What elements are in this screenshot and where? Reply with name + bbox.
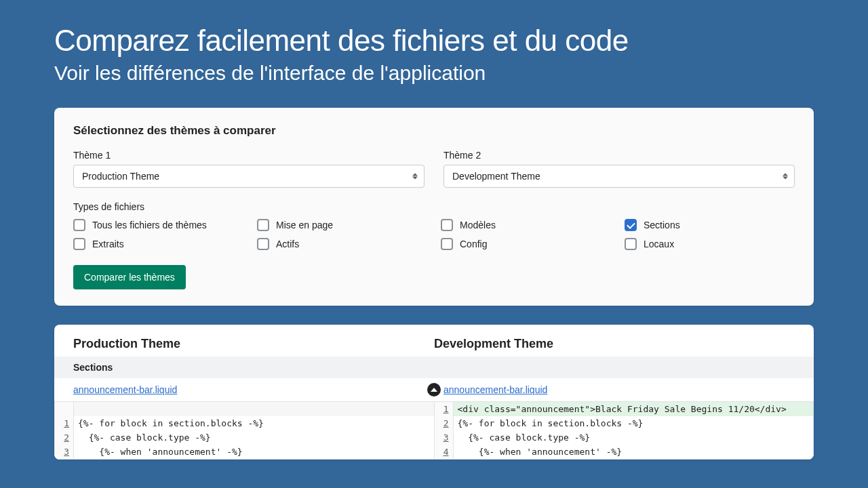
left-theme-heading: Production Theme: [73, 337, 434, 351]
section-subheading: Sections: [54, 357, 814, 378]
checkbox-snippets[interactable]: Extraits: [73, 238, 243, 250]
theme2-select[interactable]: Development Theme: [443, 165, 795, 188]
checkbox-icon: [257, 219, 269, 231]
code-line-added: <div class="announcement">Black Friday S…: [454, 402, 814, 416]
code-line: {%- for block in section.blocks -%}: [74, 416, 434, 430]
checkbox-templates[interactable]: Modèles: [441, 219, 611, 231]
checkbox-icon: [73, 238, 85, 250]
filetypes-label: Types de fichiers: [73, 201, 795, 212]
form-heading: Sélectionnez des thèmes à comparer: [73, 124, 795, 138]
checkbox-icon: [625, 238, 637, 250]
checkbox-checked-icon: [625, 219, 637, 231]
right-code-panel: 1<div class="announcement">Black Friday …: [434, 401, 814, 460]
code-line: {%- case block.type -%}: [454, 430, 814, 445]
collapse-toggle-icon[interactable]: [427, 383, 441, 396]
code-line: {%- when 'announcement' -%}: [454, 445, 814, 459]
checkbox-all-theme-files[interactable]: Tous les fichiers de thèmes: [73, 219, 243, 231]
checkbox-icon: [257, 238, 269, 250]
hero-subtitle: Voir les différences de l'interface de l…: [54, 62, 814, 85]
code-line: {%- case block.type -%}: [74, 430, 434, 445]
theme1-select[interactable]: Production Theme: [73, 165, 425, 188]
checkbox-sections[interactable]: Sections: [625, 219, 795, 231]
checkbox-icon: [441, 238, 453, 250]
compare-themes-button[interactable]: Comparer les thèmes: [73, 265, 186, 289]
filetype-checkbox-grid: Tous les fichiers de thèmes Mise en page…: [73, 219, 795, 250]
theme1-label: Thème 1: [73, 150, 425, 161]
left-code-panel: 1{%- for block in section.blocks -%} 2 {…: [54, 401, 434, 460]
checkbox-icon: [73, 219, 85, 231]
diff-results-card: Production Theme Development Theme Secti…: [54, 325, 814, 460]
checkbox-assets[interactable]: Actifs: [257, 238, 427, 250]
compare-form-card: Sélectionnez des thèmes à comparer Thème…: [54, 108, 814, 306]
hero-banner: Comparez facilement des fichiers et du c…: [0, 0, 868, 98]
diff-code-row: 1{%- for block in section.blocks -%} 2 {…: [54, 401, 814, 460]
file-link-right[interactable]: announcement-bar.liquid: [443, 384, 547, 395]
hero-title: Comparez facilement des fichiers et du c…: [54, 24, 814, 58]
right-theme-heading: Development Theme: [434, 337, 795, 351]
checkbox-locales[interactable]: Locaux: [625, 238, 795, 250]
checkbox-layout[interactable]: Mise en page: [257, 219, 427, 231]
code-line: {%- when 'announcement' -%}: [74, 445, 434, 459]
file-link-left[interactable]: announcement-bar.liquid: [73, 384, 177, 395]
code-line: {%- for block in section.blocks -%}: [454, 416, 814, 430]
checkbox-icon: [441, 219, 453, 231]
theme2-label: Thème 2: [443, 150, 795, 161]
checkbox-config[interactable]: Config: [441, 238, 611, 250]
